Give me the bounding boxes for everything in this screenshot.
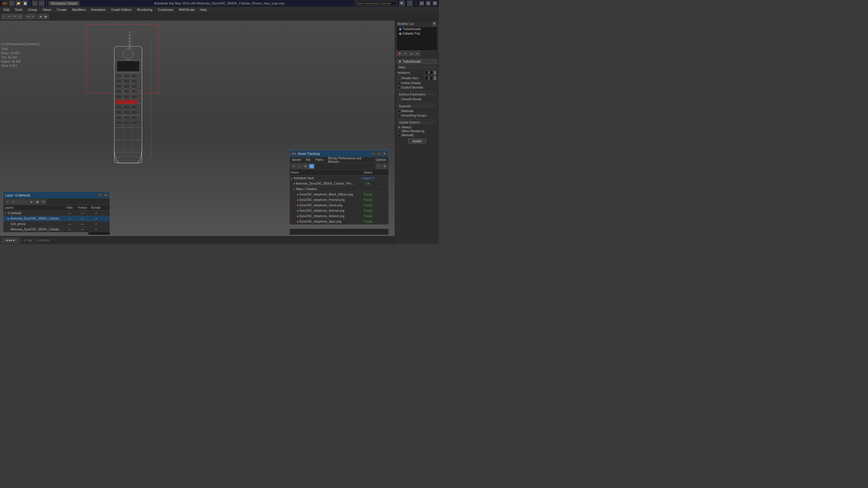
asset-scrollbar-thumb[interactable] (290, 225, 389, 229)
radio-manually[interactable]: Manually (398, 133, 436, 137)
rotate-btn[interactable]: ↻ (12, 14, 18, 19)
delete-layer-btn[interactable]: ✕ (10, 199, 16, 204)
asset-row-max-file[interactable]: ■ Motorola_DynaTAC_8500X_Cellular_Phone_… (290, 181, 389, 187)
layer-row-0-render[interactable]: ✓ (89, 212, 103, 215)
hide-all-btn[interactable]: 👁 (41, 199, 46, 204)
asset-menu-options[interactable]: Options (373, 158, 389, 162)
layer-row-1-render[interactable]: ✓ (89, 217, 103, 220)
maximize-btn[interactable]: □ (426, 1, 430, 5)
menu-modifiers[interactable]: Modifiers (70, 7, 88, 12)
asset-refresh-btn[interactable]: ↺ (291, 164, 296, 169)
open-file-btn[interactable]: 📂 (16, 1, 21, 6)
menu-help[interactable]: Help (198, 7, 210, 12)
menu-maxscript[interactable]: MAXScript (177, 7, 197, 12)
asset-row-refract[interactable]: ■ DynaTAC_telephone_Refract.png Found (290, 214, 389, 219)
iterations-down[interactable]: ▼ (433, 73, 436, 75)
asset-menu-server[interactable]: Server (290, 158, 303, 162)
render-iters-spinner[interactable]: ▲ ▼ (425, 76, 436, 80)
layer-row-2-hide[interactable]: — (64, 222, 76, 226)
turbosmooth-title[interactable]: ▼ TurboSmooth (397, 59, 437, 64)
move-btn[interactable]: ✛ (7, 14, 12, 19)
undo-btn[interactable]: ↩ (32, 1, 38, 6)
radio-manually-circle[interactable] (398, 134, 401, 137)
align-btn[interactable]: ≡ (30, 14, 36, 19)
save-file-btn[interactable]: 💾 (22, 1, 28, 6)
render-btn[interactable]: ▶ (43, 14, 49, 19)
asset-close-btn[interactable]: ✕ (382, 152, 387, 156)
update-button[interactable]: Update (408, 138, 426, 143)
layer-row-1-freeze[interactable]: — (76, 217, 89, 220)
new-file-btn[interactable]: □ (9, 1, 14, 6)
scale-btn[interactable]: ⊡ (18, 14, 23, 19)
layer-row-0-hide[interactable]: — (64, 212, 76, 215)
asset-col-name-header[interactable]: Name (290, 171, 356, 174)
menu-views[interactable]: Views (40, 7, 54, 12)
menu-rendering[interactable]: Rendering (135, 7, 155, 12)
menu-graph-editors[interactable]: Graph Editors (109, 7, 134, 12)
remove-from-layer-btn[interactable]: ↑ (23, 199, 28, 204)
redo-btn[interactable]: ↪ (39, 1, 44, 6)
layer-row-2-render[interactable]: ✓ (89, 222, 103, 226)
asset-scrollbar[interactable] (290, 224, 389, 229)
help-btn[interactable]: ? (407, 1, 412, 6)
asset-table-btn[interactable]: ≡ (309, 164, 314, 169)
explicit-normals-check-box[interactable]: ✓ (398, 86, 401, 89)
layer-row-0-freeze[interactable]: — (76, 212, 89, 215)
pin-btn[interactable]: 📌 (396, 51, 402, 56)
menu-create[interactable]: Create (54, 7, 69, 12)
menu-group[interactable]: Group (26, 7, 40, 12)
modifier-dropdown-btn[interactable]: ▼ (432, 22, 436, 26)
render-iters-input[interactable] (425, 76, 433, 80)
asset-row-frecnel[interactable]: ■ DynaTAC_telephone_Frecnel.png Found (290, 197, 389, 203)
materials-checkbox[interactable]: ✓ Materials (398, 109, 436, 113)
asset-grid-btn[interactable]: ⊞ (303, 164, 308, 169)
asset-row-vault[interactable]: ▷ Autodesk Vault Logged O (290, 175, 389, 181)
radio-always-circle[interactable] (398, 126, 401, 129)
layers-scrollbar-thumb[interactable] (3, 232, 88, 235)
asset-row-maps[interactable]: ▷ Maps / Shaders (290, 187, 389, 192)
close-btn[interactable]: ✕ (433, 1, 437, 5)
layer-row-2-freeze[interactable]: — (76, 222, 89, 226)
add-to-layer-btn[interactable]: ↓ (17, 199, 22, 204)
move-down-btn[interactable]: ▼ (415, 51, 420, 56)
animation-controls[interactable]: |◀ ◀ ▶ ▶| (1, 238, 19, 243)
smoothing-groups-checkbox[interactable]: ✓ Smoothing Groups (398, 113, 436, 118)
minimize-btn[interactable]: — (420, 1, 424, 5)
asset-menu-bitmap[interactable]: Bitmap Performance and Memory (326, 156, 373, 164)
layer-row-1[interactable]: ▶ Motorola_DynaTAC_8500X_Cellular_Phone … (3, 216, 110, 221)
iterations-input[interactable] (425, 70, 433, 75)
radio-always[interactable]: Always (398, 126, 436, 129)
render-iters-check-box[interactable]: ✓ (398, 76, 401, 79)
radio-when-rendering-circle[interactable] (398, 130, 401, 133)
menu-edit[interactable]: Edit (1, 7, 12, 12)
select-by-layer-btn[interactable]: ◈ (29, 199, 34, 204)
asset-restore-btn[interactable]: □ (377, 152, 381, 156)
layer-row-3-freeze[interactable]: — (76, 228, 89, 231)
isoline-checkbox[interactable]: ✓ Isoline Display (398, 81, 436, 85)
asset-row-spec[interactable]: ■ DynaTAC_telephone_Spec.png Found (290, 219, 389, 224)
menu-animation[interactable]: Animation (89, 7, 108, 12)
iterations-spinner[interactable]: ▲ ▼ (425, 70, 436, 75)
smoothing-groups-check-box[interactable]: ✓ (398, 114, 401, 117)
smooth-result-checkbox[interactable]: ✓ Smooth Result (398, 97, 436, 101)
modifier-editable-poly[interactable]: Editable Poly (397, 31, 437, 36)
asset-settings-btn[interactable]: ⚙ (382, 164, 387, 169)
search-btn[interactable]: 🔍 (399, 1, 405, 6)
layer-row-3[interactable]: Motorola_DynaTAC_8500X_Cellular_Phone — … (3, 227, 110, 232)
explicit-normals-checkbox[interactable]: ✓ Explicit Normals (398, 85, 436, 90)
iterations-up[interactable]: ▲ (433, 70, 436, 73)
render-iters-checkbox[interactable]: ✓ Render Iters: (398, 76, 419, 80)
asset-row-normal[interactable]: ■ DynaTAC_telephone_Normal.png Found (290, 208, 389, 214)
layer-row-3-render[interactable]: ✓ (89, 228, 103, 231)
select-btn[interactable]: ↖ (1, 14, 7, 19)
move-up-btn[interactable]: ▲ (409, 51, 414, 56)
layers-help-btn[interactable]: ? (98, 193, 102, 197)
layers-scrollbar[interactable] (3, 232, 110, 235)
menu-customize[interactable]: Customize (156, 7, 176, 12)
layers-close-btn[interactable]: ✕ (104, 193, 108, 197)
render-iters-down[interactable]: ▼ (433, 78, 436, 80)
asset-minimize-btn[interactable]: — (372, 152, 376, 156)
search-input[interactable] (355, 1, 397, 6)
delete-modifier-btn[interactable]: ✕ (403, 51, 408, 56)
material-editor-btn[interactable]: ◈ (38, 14, 43, 19)
